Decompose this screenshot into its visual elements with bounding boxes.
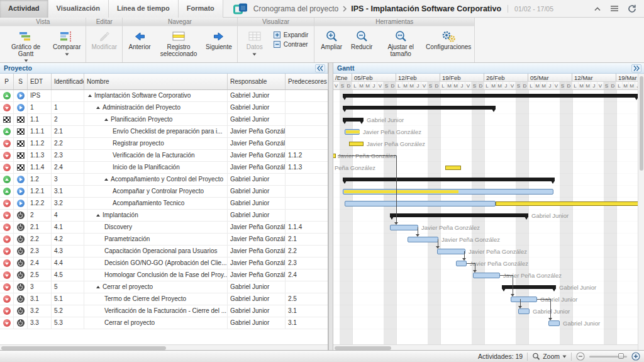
gantt-bar-actual[interactable] [496, 201, 638, 206]
table-row[interactable]: 2.34.3Capacitación Operacional para Usua… [0, 246, 328, 257]
table-row[interactable]: IPSImplantación Software CorporativoGabr… [0, 90, 328, 102]
table-row[interactable]: 1.1.32.3Verificación de la FacturaciónJa… [0, 150, 328, 162]
table-row[interactable]: 2.54.5Homologar Conclusión de la Fase de… [0, 269, 328, 281]
gantt-bar-task[interactable] [345, 129, 360, 135]
selected-record-button[interactable]: Registro seleccionado [155, 28, 202, 60]
cell-resp: Gabriel Junior [228, 102, 286, 113]
collapse-ribbon-icon[interactable] [594, 6, 601, 11]
gantt-bar-summary[interactable] [343, 118, 364, 122]
scrollbar-thumb[interactable] [640, 76, 643, 171]
gantt-bar-summary[interactable] [343, 94, 638, 98]
collapse-left-panel-button[interactable] [315, 64, 325, 72]
column-header-edt[interactable]: EDT [28, 74, 52, 89]
tab-0[interactable]: Actividad [0, 0, 48, 18]
status-up-icon [3, 92, 11, 99]
zoom-in-button[interactable]: Ampliar [317, 28, 346, 60]
gantt-bar-task[interactable] [456, 261, 467, 266]
table-row[interactable]: 35Cerrar el proyectoGabriel Junior [0, 281, 328, 293]
gantt-bar-task[interactable] [518, 308, 530, 314]
zoom-in-button[interactable] [631, 352, 640, 361]
tab-2[interactable]: Línea de tiempo [109, 0, 179, 18]
zoom-out-button[interactable]: Reducir [347, 28, 376, 60]
gantt-bar-actual[interactable] [333, 154, 336, 158]
cell-p [0, 198, 14, 209]
cell-resp: Javier Peña González [228, 126, 286, 137]
column-header-p[interactable]: P [0, 74, 14, 89]
gantt-bar-task[interactable] [548, 320, 560, 326]
tree-caret-icon[interactable] [104, 118, 108, 121]
gantt-bar-task[interactable] [390, 225, 418, 230]
expand-gantt-panel-button[interactable] [631, 64, 641, 72]
modify-button[interactable]: Modificar [89, 28, 119, 60]
column-header-pred[interactable]: Predecesores [286, 74, 328, 89]
table-row[interactable]: 1.1.42.4Inicio de la PlanificaciónJavier… [0, 162, 328, 174]
collapse-button[interactable]: Contraer [274, 41, 308, 48]
breadcrumb[interactable]: Cronograma del proyecto [253, 4, 338, 13]
gantt-vertical-scrollbar[interactable] [638, 74, 644, 350]
compare-button[interactable]: Comparar [50, 28, 83, 63]
panel-splitter[interactable] [328, 63, 333, 350]
cell-edt: 2.3 [28, 246, 52, 257]
expand-button[interactable]: Expandir [274, 31, 308, 38]
gantt-bar-summary[interactable] [343, 106, 496, 110]
table-row[interactable]: 1.2.23.2Acompañamiento TecnicoGabriel Ju… [0, 198, 328, 210]
gantt-bar-summary[interactable] [502, 285, 556, 289]
gantt-bar-summary[interactable] [390, 213, 528, 217]
tree-caret-icon[interactable] [88, 94, 92, 97]
table-row[interactable]: 2.14.1DiscoveryJavier Peña González1.1.4 [0, 222, 328, 234]
gantt-bar-task[interactable] [343, 189, 553, 195]
zoom-slider-thumb[interactable] [618, 353, 624, 359]
cell-s [14, 126, 28, 137]
gantt-bar-task[interactable] [408, 237, 438, 242]
next-button[interactable]: Siguiente [203, 28, 235, 60]
data-button[interactable]: Datos [240, 28, 269, 60]
list-icon[interactable] [610, 5, 619, 12]
gantt-bar-summary[interactable] [343, 178, 555, 181]
table-row[interactable]: 1.1.12.1Envío Checklist de preparación p… [0, 126, 328, 138]
gantt-bar-task[interactable] [511, 297, 537, 302]
project-horizontal-scrollbar[interactable] [0, 344, 328, 350]
table-row[interactable]: 1.12Planificación ProyectoGabriel Junior [0, 114, 328, 126]
arrow-left-icon [133, 30, 147, 43]
gantt-horizontal-scrollbar[interactable] [333, 344, 638, 350]
table-row[interactable]: 3.25.2Verificación de la Facturación - C… [0, 305, 328, 317]
zoom-dropdown[interactable]: Zoom [532, 353, 567, 361]
tree-caret-icon[interactable] [96, 106, 100, 109]
column-header-id[interactable]: Identificador [52, 74, 84, 89]
table-row[interactable]: 1.23Acompañamiento y Control del Proyect… [0, 174, 328, 186]
tab-1[interactable]: Visualización [48, 0, 109, 18]
fit-size-button[interactable]: Ajustar el tamaño [377, 28, 424, 60]
table-row[interactable]: 2.24.2ParametrizaciónJavier Peña Gonzále… [0, 234, 328, 246]
table-row[interactable]: 1.2.13.1Acompañar y Controlar ProyectoGa… [0, 186, 328, 198]
gantt-bar-task[interactable] [437, 249, 465, 254]
column-header-s[interactable]: S [14, 74, 28, 89]
table-row[interactable]: 2.44.4Decisión GO/NO-GO (Aprobación del … [0, 257, 328, 269]
tree-caret-icon[interactable] [104, 178, 108, 181]
previous-button[interactable]: Anterior [125, 28, 154, 60]
column-header-name[interactable]: Nombre [84, 74, 228, 89]
refresh-icon[interactable] [628, 4, 636, 13]
tree-caret-icon[interactable] [96, 286, 100, 288]
settings-button[interactable]: Configuraciones [425, 28, 472, 60]
table-row[interactable]: 1.1.22.2Registrar proyectoJavier Peña Go… [0, 138, 328, 150]
table-row[interactable]: 3.15.1Termo de Cierre del ProyectoGabrie… [0, 293, 328, 305]
zoom-out-button[interactable] [576, 352, 585, 361]
scrollbar-thumb[interactable] [1, 346, 166, 350]
tree-caret-icon[interactable] [96, 214, 100, 217]
zoom-slider[interactable] [589, 356, 627, 358]
ribbon-button-label: Modificar [91, 44, 117, 51]
power-icon [17, 247, 25, 255]
table-row[interactable]: 24ImplantaciónGabriel Junior [0, 210, 328, 222]
power-icon [17, 295, 25, 303]
table-row[interactable]: 11Administración del ProyectoGabriel Jun… [0, 102, 328, 114]
task-name: Capacitación Operacional para Usuarios [104, 246, 218, 257]
gantt-chart-button[interactable]: Gráfico de Gantt [3, 28, 49, 63]
table-row[interactable]: 3.35.3Cerrar el proyectoGabriel Junior3.… [0, 317, 328, 329]
gantt-bar-task[interactable] [473, 273, 500, 278]
scrollbar-thumb[interactable] [335, 346, 391, 350]
column-header-resp[interactable]: Responsable [228, 74, 286, 89]
gantt-bar-actual[interactable] [445, 166, 461, 170]
tab-3[interactable]: Formato [179, 0, 223, 18]
gantt-bar-actual[interactable] [349, 142, 364, 146]
gantt-bar-task[interactable] [345, 201, 496, 206]
